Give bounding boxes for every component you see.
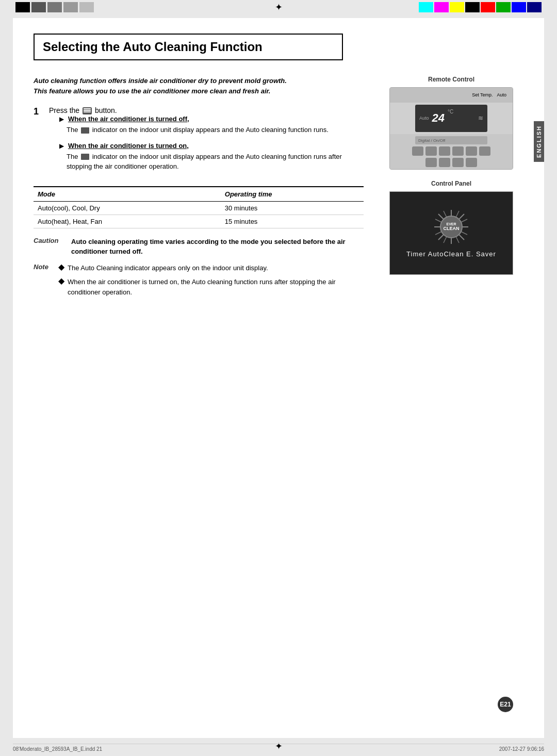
when-off-desc: The indicator on the indoor unit display… — [67, 125, 364, 135]
table-time-2: 15 minutes — [221, 215, 364, 228]
page-title: Selecting the Auto Cleaning Function — [43, 40, 334, 54]
bar-yellow — [450, 2, 464, 12]
bar-black — [465, 2, 480, 12]
badge-clean-text: CLEAN — [444, 226, 460, 231]
indicator-icon-on — [81, 154, 89, 160]
rc-btn-10 — [466, 158, 477, 167]
step-text-after: button. — [95, 106, 117, 114]
table-row: Auto(heat), Heat, Fan 15 minutes — [34, 215, 364, 228]
rc-auto-mode: Auto — [419, 116, 429, 121]
indicator-icon-off — [81, 127, 89, 134]
rc-bottom-area: Digital / On/Off — [390, 134, 513, 169]
page-title-box: Selecting the Auto Cleaning Function — [34, 34, 343, 60]
rc-auto-label: Auto — [497, 92, 506, 97]
bar1 — [15, 2, 30, 12]
button-icon — [83, 107, 92, 114]
bar5 — [79, 2, 94, 12]
when-on-title: When the air conditioner is turned on, — [68, 142, 189, 150]
note-item-1: ◆ The Auto Cleaning indicator appears on… — [58, 263, 364, 274]
main-content: Auto cleaning function offers inside air… — [34, 76, 523, 307]
when-on-section: ▶ When the air conditioner is turned on,… — [59, 141, 364, 172]
bar-darkblue — [527, 2, 542, 12]
rc-temp-unit: °C — [448, 109, 453, 114]
bar2 — [31, 2, 46, 12]
ever-clean-badge: EVER CLEAN — [440, 216, 463, 238]
bar-green — [496, 2, 511, 12]
bar-blue — [512, 2, 526, 12]
rc-wifi-icon: ≋ — [478, 114, 483, 122]
control-panel-inner: EVER CLEAN Timer AutoClean E. Saver — [390, 192, 513, 274]
table-row: Auto(cool), Cool, Dry 30 minutes — [34, 201, 364, 215]
rc-display: Auto 24 °C ≋ — [415, 105, 487, 132]
right-column: Remote Control Set Temp. Auto Auto 24 °C… — [379, 76, 523, 307]
rc-btn-3 — [439, 146, 450, 156]
compass-top: ✦ — [275, 2, 283, 13]
intro-line1: Auto cleaning function offers inside air… — [34, 77, 287, 85]
rc-btn-2 — [425, 146, 437, 156]
step-number: 1 — [34, 106, 44, 117]
intro-text: Auto cleaning function offers inside air… — [34, 76, 364, 96]
caution-text: Auto cleaning operating time varies acco… — [71, 237, 364, 257]
table-header-mode: Mode — [34, 187, 221, 202]
remote-control-image: Set Temp. Auto Auto 24 °C ≋ Digital / On… — [389, 87, 513, 170]
control-panel-box: EVER CLEAN Timer AutoClean E. Saver — [389, 191, 513, 275]
rc-buttons-row-2 — [425, 158, 477, 167]
intro-line2: This feature allows you to use the air c… — [34, 87, 270, 95]
bar4 — [63, 2, 78, 12]
language-tab: ENGLISH — [534, 121, 544, 162]
when-off-title: When the air conditioner is turned off, — [68, 115, 189, 123]
step-1: 1 Press the button. ▶ When the air condi… — [34, 106, 364, 178]
bar-red — [481, 2, 495, 12]
note-text-1: The Auto Cleaning indicator appears only… — [68, 263, 268, 274]
rc-btn-5 — [466, 146, 477, 156]
arrow-icon-2: ▶ — [59, 142, 64, 150]
rc-btn-8 — [439, 158, 450, 167]
control-panel-label: Control Panel — [379, 180, 523, 187]
color-bars-right — [419, 2, 542, 12]
bullet-1: ◆ — [58, 263, 64, 271]
caution-label: Caution — [34, 237, 67, 244]
table-mode-2: Auto(heat), Heat, Fan — [34, 215, 221, 228]
ever-clean-sunburst: EVER CLEAN — [433, 209, 469, 245]
rc-temperature: 24 — [432, 111, 445, 125]
black-bars-left — [15, 2, 94, 12]
page-number: E21 — [498, 697, 513, 712]
when-off-section: ▶ When the air conditioner is turned off… — [59, 114, 364, 135]
arrow-icon: ▶ — [59, 116, 64, 123]
table-header-time: Operating time — [221, 187, 364, 202]
note-label: Note — [34, 263, 54, 271]
footer-left: 08'Moderato_IB_28593A_IB_E.indd 21 — [13, 746, 102, 752]
rc-digital-label: Digital / On/Off — [418, 138, 445, 143]
footer-right: 2007-12-27 9:06:16 — [499, 746, 544, 752]
caution-section: Caution Auto cleaning operating time var… — [34, 237, 364, 257]
bullet-2: ◆ — [58, 277, 64, 285]
note-text-2: When the air conditioner is turned on, t… — [68, 277, 364, 299]
rc-btn-9 — [452, 158, 464, 167]
badge-ever-text: EVER — [446, 222, 456, 226]
remote-control-label: Remote Control — [379, 76, 523, 83]
note-item-2: ◆ When the air conditioner is turned on,… — [58, 277, 364, 299]
left-column: Auto cleaning function offers inside air… — [34, 76, 364, 307]
table-mode-1: Auto(cool), Cool, Dry — [34, 201, 221, 215]
rc-btn-1 — [412, 146, 423, 156]
rc-top-bar: Set Temp. Auto — [390, 88, 513, 103]
bar3 — [47, 2, 62, 12]
note-content: ◆ The Auto Cleaning indicator appears on… — [58, 263, 364, 301]
bar-magenta — [434, 2, 449, 12]
rc-digital-bar: Digital / On/Off — [415, 136, 487, 144]
bar-cyan — [419, 2, 433, 12]
rc-btn-7 — [425, 158, 437, 167]
note-section: Note ◆ The Auto Cleaning indicator appea… — [34, 263, 364, 301]
rc-btn-6 — [479, 146, 490, 156]
step-content: Press the button. ▶ When the air conditi… — [49, 106, 364, 178]
page-content: ENGLISH Selecting the Auto Cleaning Func… — [13, 18, 544, 738]
mode-table: Mode Operating time Auto(cool), Cool, Dr… — [34, 186, 364, 228]
rc-buttons-row — [412, 146, 490, 156]
step-text: Press the — [49, 106, 79, 114]
footer: 08'Moderato_IB_28593A_IB_E.indd 21 2007-… — [13, 744, 544, 752]
rc-set-temp: Set Temp. — [472, 92, 493, 97]
control-panel-labels: Timer AutoClean E. Saver — [406, 250, 496, 258]
page-number-text: E21 — [500, 701, 511, 708]
rc-btn-4 — [452, 146, 464, 156]
color-bars-top: ✦ — [0, 0, 557, 14]
